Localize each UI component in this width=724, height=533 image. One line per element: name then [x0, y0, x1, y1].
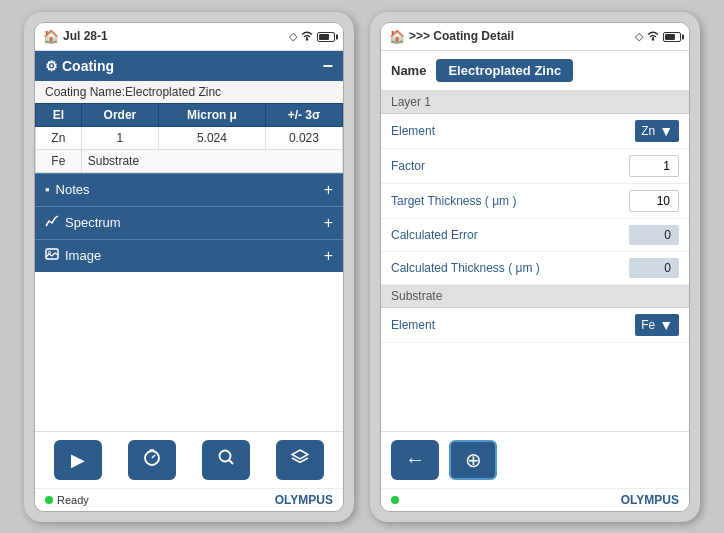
calc-thickness-input [629, 258, 679, 278]
target-thickness-input[interactable] [629, 190, 679, 212]
col-header-el: El [36, 103, 82, 126]
right-screen: 🏠 >>> Coating Detail ◇ [380, 22, 690, 512]
search-button[interactable] [202, 440, 250, 480]
right-breadcrumb: >>> Coating Detail [409, 29, 514, 43]
layers-icon [290, 447, 310, 472]
back-button[interactable]: ← [391, 440, 439, 480]
image-label: Image [65, 248, 101, 263]
timer-button[interactable] [128, 440, 176, 480]
target-button[interactable]: ⊕ [449, 440, 497, 480]
cell-order-1: 1 [81, 126, 158, 149]
layers-button[interactable] [276, 440, 324, 480]
right-status-bar: OLYMPUS [381, 488, 689, 511]
element-dropdown-value: Zn [641, 124, 655, 138]
spectrum-expand-row[interactable]: Spectrum + [35, 206, 343, 239]
right-top-bar-right: ◇ [635, 29, 681, 43]
right-bottom-toolbar: ← ⊕ [381, 431, 689, 488]
left-screen: 🏠 Jul 28-1 ◇ [34, 22, 344, 512]
coating-name-value: Electroplated Zinc [125, 85, 221, 99]
factor-value [629, 155, 679, 177]
notes-expand-row[interactable]: ▪ Notes + [35, 173, 343, 206]
element-dropdown[interactable]: Zn ▼ [635, 120, 679, 142]
calc-thickness-value [629, 258, 679, 278]
substrate-element-dropdown-value: Fe [641, 318, 655, 332]
left-device: 🏠 Jul 28-1 ◇ [24, 12, 354, 522]
svg-line-6 [152, 455, 155, 458]
play-icon: ▶ [71, 449, 85, 471]
home-icon-right[interactable]: 🏠 [389, 29, 405, 44]
svg-point-10 [652, 38, 654, 40]
col-header-micron: Micron μ [159, 103, 266, 126]
image-expand-row[interactable]: Image + [35, 239, 343, 272]
cell-sigma-1: 0.023 [265, 126, 342, 149]
right-device: 🏠 >>> Coating Detail ◇ [370, 12, 700, 522]
home-icon-left[interactable]: 🏠 [43, 29, 59, 44]
status-dot-left [45, 496, 53, 504]
status-text-left: Ready [57, 494, 89, 506]
layer1-section-label: Layer 1 [381, 91, 689, 114]
play-button[interactable]: ▶ [54, 440, 102, 480]
timer-icon [142, 447, 162, 472]
left-title: Jul 28-1 [63, 29, 108, 43]
calc-thickness-field-row: Calculated Thickness ( μm ) [381, 252, 689, 285]
svg-point-7 [220, 451, 231, 462]
left-status-bar: Ready OLYMPUS [35, 488, 343, 511]
battery-icon-left [317, 30, 335, 42]
svg-marker-9 [292, 450, 308, 459]
coating-section-title: Coating [62, 58, 322, 74]
battery-icon-right [663, 30, 681, 42]
right-top-bar: 🏠 >>> Coating Detail ◇ [381, 23, 689, 51]
target-thickness-field-row: Target Thickness ( μm ) [381, 184, 689, 219]
svg-point-2 [48, 251, 50, 253]
notes-label: Notes [56, 182, 90, 197]
factor-field-row: Factor [381, 149, 689, 184]
col-header-order: Order [81, 103, 158, 126]
calc-error-label: Calculated Error [391, 228, 478, 242]
diamond-icon-left: ◇ [289, 30, 297, 43]
coating-table: El Order Micron μ +/- 3σ Zn 1 5.024 0.02… [35, 103, 343, 173]
spectrum-icon [45, 214, 59, 231]
spectrum-plus-btn[interactable]: + [324, 214, 333, 232]
element-dropdown-arrow: ▼ [659, 123, 673, 139]
spectrum-label: Spectrum [65, 215, 121, 230]
target-thickness-label: Target Thickness ( μm ) [391, 194, 516, 208]
name-label: Name [391, 63, 426, 78]
left-top-bar-left: 🏠 Jul 28-1 [43, 29, 108, 44]
substrate-element-dropdown-arrow: ▼ [659, 317, 673, 333]
left-top-bar-right: ◇ [289, 29, 335, 43]
col-header-sigma: +/- 3σ [265, 103, 342, 126]
element-value: Zn ▼ [635, 120, 679, 142]
substrate-element-label: Element [391, 318, 435, 332]
calc-error-field-row: Calculated Error [381, 219, 689, 252]
target-thickness-value [629, 190, 679, 212]
back-icon: ← [405, 448, 425, 471]
left-bottom-toolbar: ▶ [35, 431, 343, 488]
svg-line-8 [229, 460, 233, 464]
wifi-icon-right [646, 29, 660, 43]
brand-left: OLYMPUS [275, 493, 333, 507]
target-icon: ⊕ [465, 448, 482, 472]
status-dot-right [391, 496, 399, 504]
calc-error-value [629, 225, 679, 245]
cell-el-2: Fe [36, 149, 82, 172]
search-icon [216, 447, 236, 472]
notes-plus-btn[interactable]: + [324, 181, 333, 199]
table-row: Zn 1 5.024 0.023 [36, 126, 343, 149]
substrate-element-dropdown[interactable]: Fe ▼ [635, 314, 679, 336]
image-plus-btn[interactable]: + [324, 247, 333, 265]
coating-name-label: Coating Name: [45, 85, 125, 99]
element-field-row: Element Zn ▼ [381, 114, 689, 149]
table-row: Fe Substrate [36, 149, 343, 172]
coating-section-icon: ⚙ [45, 58, 58, 74]
image-icon [45, 247, 59, 264]
coating-collapse-btn[interactable]: − [322, 57, 333, 75]
cell-micron-1: 5.024 [159, 126, 266, 149]
coating-name-row: Coating Name:Electroplated Zinc [35, 81, 343, 103]
brand-right: OLYMPUS [621, 493, 679, 507]
name-value: Electroplated Zinc [436, 59, 573, 82]
left-top-bar: 🏠 Jul 28-1 ◇ [35, 23, 343, 51]
coating-section-header: ⚙ Coating − [35, 51, 343, 81]
wifi-icon-left [300, 29, 314, 43]
factor-input[interactable] [629, 155, 679, 177]
substrate-section-label: Substrate [381, 285, 689, 308]
